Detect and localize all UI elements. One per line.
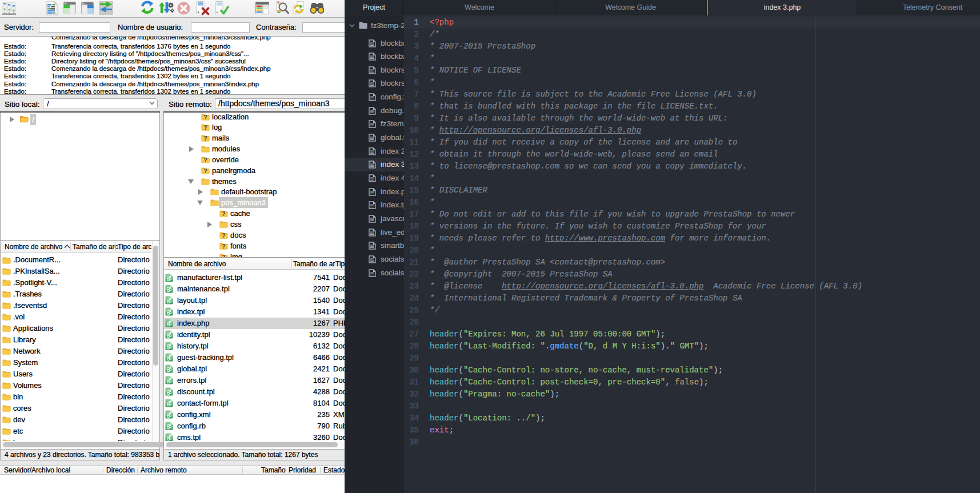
svg-text:?: ?: [203, 167, 207, 174]
svg-text:?: ?: [203, 157, 207, 163]
svg-text:?: ?: [222, 232, 225, 238]
svg-text:?: ?: [203, 135, 207, 142]
svg-text:?: ?: [203, 125, 207, 131]
svg-text:?: ?: [222, 254, 225, 258]
svg-text:?: ?: [222, 243, 225, 249]
svg-text:?: ?: [222, 211, 225, 217]
svg-text:?: ?: [203, 114, 207, 120]
